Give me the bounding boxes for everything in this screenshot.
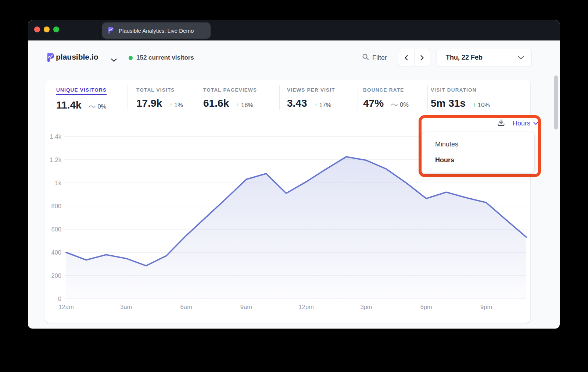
interval-dropdown-menu: MinutesHours [422,132,535,173]
interval-chevron-down-icon [533,122,538,125]
stat-change: ↑10% [473,102,490,109]
svg-text:9am: 9am [240,304,252,310]
svg-text:3am: 3am [120,304,132,310]
up-trend-icon: ↑ [169,102,172,108]
up-trend-icon: ↑ [315,102,318,108]
stat-value: 47% [363,98,384,109]
flat-trend-icon [391,103,398,107]
stat-unique-visitors[interactable]: UNIQUE VISITORS11.4k0% [56,86,107,111]
download-export-icon[interactable] [497,118,505,128]
date-nav-group [398,49,430,66]
date-chevron-down-icon [518,54,524,61]
flat-trend-icon [391,101,398,108]
stat-change: ↑18% [236,102,253,109]
svg-text:400: 400 [51,249,61,256]
page-content: plausible.io 152 current visitors Filter… [28,40,560,329]
stat-divider [196,85,196,110]
stat-views-per-visit[interactable]: VIEWS PER VISIT3.43↑17% [287,86,335,109]
dashboard-card: UNIQUE VISITORS11.4k0%TOTAL VISITS17.9k↑… [45,80,530,323]
stat-value: 3.43 [287,98,307,109]
svg-text:6am: 6am [180,304,192,310]
stat-divider [358,85,358,110]
stat-divider [427,85,428,110]
interval-selector-row: Hours [476,116,538,131]
current-visitors-count[interactable]: 152 current visitors [136,54,194,61]
svg-text:1.4k: 1.4k [50,133,62,140]
site-name[interactable]: plausible.io [56,53,98,61]
stat-value: 61.6k [203,98,229,109]
up-trend-icon: ↑ [236,102,239,108]
browser-tab[interactable]: Plausible Analytics: Live Demo [102,22,211,39]
previous-period-button[interactable] [398,49,415,66]
interval-option-hours[interactable]: Hours [435,156,534,164]
stat-change: ↑1% [169,102,183,109]
plausible-logo-icon [46,52,55,63]
svg-text:800: 800 [51,203,61,209]
svg-text:6pm: 6pm [420,304,432,310]
tab-strip-divider [100,20,100,40]
svg-text:1.2k: 1.2k [50,156,62,163]
maximize-window-button[interactable] [53,26,59,32]
site-selector-chevron-down-icon[interactable] [111,57,117,63]
live-visitors-dot-icon [129,56,133,60]
stat-visit-duration[interactable]: VISIT DURATION5m 31s↑10% [431,86,490,109]
stat-total-visits[interactable]: TOTAL VISITS17.9k↑1% [136,86,183,109]
next-period-button[interactable] [415,49,430,66]
browser-window: Plausible Analytics: Live Demo plausible… [28,20,560,329]
svg-text:600: 600 [51,226,61,233]
stat-divider [128,85,128,110]
stat-change: ↑17% [315,102,331,109]
plausible-favicon-icon [107,26,115,35]
svg-text:9pm: 9pm [480,304,492,310]
stat-change: 0% [391,101,409,108]
stat-label: UNIQUE VISITORS [56,87,107,95]
svg-text:12pm: 12pm [299,304,314,310]
interval-option-minutes[interactable]: Minutes [435,141,534,148]
stat-bounce-rate[interactable]: BOUNCE RATE47%0% [363,86,409,109]
stat-label: VISIT DURATION [431,87,477,93]
filter-button[interactable]: Filter [362,53,387,63]
stat-label: TOTAL PAGEVIEWS [203,87,257,93]
stat-divider [279,85,280,110]
svg-text:200: 200 [51,272,61,279]
svg-text:1k: 1k [55,180,62,186]
stat-label: BOUNCE RATE [363,87,404,93]
titlebar: Plausible Analytics: Live Demo [28,20,560,40]
interval-dropdown-toggle[interactable]: Hours [513,120,538,127]
svg-text:12am: 12am [58,304,74,310]
stat-value: 17.9k [136,98,162,109]
tab-title: Plausible Analytics: Live Demo [119,28,194,34]
minimize-window-button[interactable] [44,26,50,32]
flat-trend-icon [89,104,96,109]
flat-trend-icon [89,103,96,110]
date-label: Thu, 22 Feb [446,54,518,61]
stat-label: TOTAL VISITS [136,87,175,93]
interval-selected-label: Hours [513,120,530,127]
up-trend-icon: ↑ [473,102,476,108]
svg-text:3pm: 3pm [360,304,372,310]
stat-value: 11.4k [56,99,82,111]
search-icon [362,53,369,63]
stat-value: 5m 31s [431,98,466,109]
date-picker-button[interactable]: Thu, 22 Feb [437,49,532,66]
svg-text:0: 0 [58,295,61,302]
stat-change: 0% [89,103,107,110]
filter-label: Filter [372,54,387,62]
close-window-button[interactable] [34,26,40,32]
stat-total-pageviews[interactable]: TOTAL PAGEVIEWS61.6k↑18% [203,86,257,109]
scrollbar-thumb[interactable] [554,75,558,130]
stat-label: VIEWS PER VISIT [287,87,335,93]
